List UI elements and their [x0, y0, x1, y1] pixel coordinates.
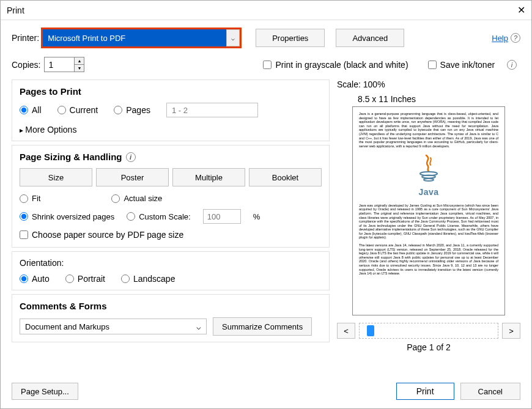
chevron-down-icon[interactable]: ⌵ — [226, 29, 240, 46]
spinner-down-icon[interactable]: ▼ — [75, 65, 84, 72]
copies-spinner[interactable]: ▲ ▼ — [44, 57, 84, 72]
printer-row: Printer: Microsoft Print to PDF ⌵ Proper… — [12, 29, 520, 47]
footer-row: Page Setup... Print Cancel — [12, 383, 520, 400]
window-title: Print — [7, 6, 24, 15]
orientation-landscape-radio[interactable]: Landscape — [121, 274, 175, 284]
info-icon[interactable]: i — [507, 60, 517, 70]
printer-select-value: Microsoft Print to PDF — [43, 29, 226, 46]
choose-paper-checkbox[interactable]: Choose paper source by PDF page size — [20, 230, 183, 240]
info-icon[interactable]: i — [126, 152, 136, 162]
page-setup-button[interactable]: Page Setup... — [12, 383, 78, 400]
save-ink-checkbox[interactable]: Save ink/toner — [428, 60, 495, 70]
chevron-down-icon: ⌵ — [196, 322, 201, 331]
paper-size-label: 8.5 x 11 Inches — [358, 94, 520, 104]
comments-panel: Comments & Forms Document and Markups ⌵ … — [12, 294, 330, 342]
printer-label: Printer: — [12, 33, 39, 43]
preview-column: Scale: 100% 8.5 x 11 Inches Java is a ge… — [337, 79, 520, 367]
spinner-up-icon[interactable]: ▲ — [75, 57, 84, 65]
grayscale-checkbox[interactable]: Print in grayscale (black and white) — [263, 60, 408, 70]
preview-para: Java was originally developed by James G… — [359, 204, 498, 240]
help-link[interactable]: Help — [492, 34, 508, 43]
multiple-button[interactable]: Multiple — [172, 168, 245, 186]
shrink-radio[interactable]: Shrink oversized pages — [20, 212, 114, 221]
properties-button[interactable]: Properties — [256, 29, 325, 47]
comments-heading: Comments & Forms — [20, 301, 322, 311]
pages-range-radio[interactable]: Pages — [114, 105, 150, 115]
preview-para: Java is a general-purpose programming la… — [359, 112, 498, 148]
fit-radio[interactable]: Fit — [20, 194, 40, 203]
cancel-button[interactable]: Cancel — [460, 383, 520, 400]
save-ink-check-input[interactable] — [428, 61, 437, 69]
pages-all-radio[interactable]: All — [20, 105, 42, 115]
pages-current-radio[interactable]: Current — [57, 105, 98, 115]
grayscale-check-input[interactable] — [263, 61, 272, 69]
preview-para: The latest versions are Java 14, release… — [359, 243, 498, 276]
svg-point-2 — [424, 179, 434, 181]
sizing-panel: Page Sizing & Handling i Size Poster Mul… — [12, 145, 330, 248]
comments-combo[interactable]: Document and Markups ⌵ — [20, 319, 207, 334]
orientation-panel: Orientation: Auto Portrait Landscape — [12, 251, 330, 290]
orientation-auto-radio[interactable]: Auto — [20, 274, 50, 284]
copies-input[interactable] — [45, 57, 74, 72]
page-indicator: Page 1 of 2 — [337, 342, 520, 352]
custom-scale-radio[interactable]: Custom Scale: — [127, 212, 191, 221]
print-dialog: Print ✕ Printer: Microsoft Print to PDF … — [0, 0, 532, 409]
java-logo: Java — [359, 154, 498, 197]
pages-to-print-panel: Pages to Print All Current Pages — [12, 79, 330, 141]
custom-scale-input[interactable] — [203, 209, 241, 224]
actual-size-radio[interactable]: Actual size — [111, 194, 162, 203]
prev-page-button[interactable]: < — [337, 323, 355, 339]
size-button[interactable]: Size — [20, 168, 92, 186]
sizing-heading: Page Sizing & Handling i — [20, 152, 322, 162]
summarize-comments-button[interactable]: Summarize Comments — [213, 317, 312, 336]
svg-point-1 — [422, 175, 435, 179]
page-preview: Java is a general-purpose programming la… — [352, 106, 505, 315]
pages-range-input[interactable] — [166, 103, 258, 117]
more-options-toggle[interactable]: More Options — [20, 125, 322, 134]
close-icon[interactable]: ✕ — [517, 4, 525, 16]
pages-heading: Pages to Print — [20, 86, 322, 97]
help-area: Help ? — [492, 33, 520, 43]
orientation-portrait-radio[interactable]: Portrait — [65, 274, 105, 284]
printer-select[interactable]: Microsoft Print to PDF ⌵ — [43, 29, 240, 46]
help-icon[interactable]: ? — [511, 33, 520, 43]
title-bar: Print ✕ — [1, 1, 531, 20]
orientation-label: Orientation: — [20, 258, 322, 268]
print-button[interactable]: Print — [396, 383, 454, 400]
slider-thumb[interactable] — [367, 325, 374, 336]
preview-zoom-slider[interactable] — [359, 323, 498, 339]
poster-button[interactable]: Poster — [96, 168, 169, 186]
next-page-button[interactable]: > — [502, 323, 520, 339]
copies-label: Copies: — [12, 60, 40, 70]
java-logo-icon — [414, 154, 443, 186]
scale-label: Scale: 100% — [337, 79, 520, 89]
advanced-button[interactable]: Advanced — [336, 29, 404, 47]
dialog-content: Printer: Microsoft Print to PDF ⌵ Proper… — [1, 20, 531, 408]
booklet-button[interactable]: Booklet — [249, 168, 322, 186]
copies-row: Copies: ▲ ▼ Print in grayscale (black an… — [12, 57, 520, 72]
